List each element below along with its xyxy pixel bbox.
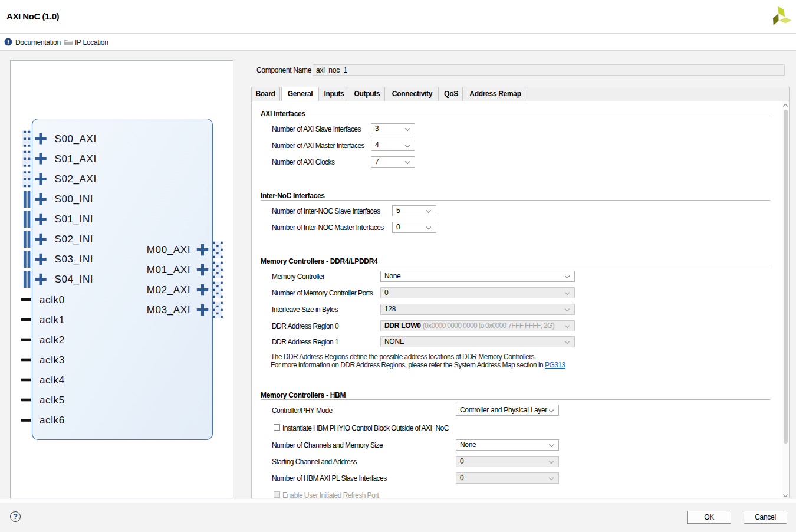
svg-text:S04_INI: S04_INI: [55, 274, 94, 285]
svg-text:i: i: [8, 39, 9, 45]
svg-text:S03_INI: S03_INI: [55, 254, 94, 265]
svg-text:S02_INI: S02_INI: [55, 234, 94, 245]
svg-text:S01_INI: S01_INI: [55, 214, 94, 225]
svg-text:M00_AXI: M00_AXI: [147, 244, 190, 255]
svg-text:aclk2: aclk2: [40, 334, 65, 346]
svg-text:aclk6: aclk6: [40, 415, 65, 426]
svg-text:M02_AXI: M02_AXI: [147, 284, 190, 295]
svg-text:S01_AXI: S01_AXI: [55, 153, 97, 165]
svg-text:aclk4: aclk4: [40, 375, 65, 386]
svg-text:S00_AXI: S00_AXI: [55, 133, 97, 145]
svg-text:aclk1: aclk1: [40, 314, 65, 326]
svg-text:M03_AXI: M03_AXI: [147, 304, 190, 316]
svg-text:S02_AXI: S02_AXI: [55, 173, 97, 185]
svg-text:M01_AXI: M01_AXI: [147, 264, 190, 275]
svg-text:aclk3: aclk3: [40, 354, 65, 366]
svg-text:aclk5: aclk5: [40, 395, 65, 406]
svg-text:aclk0: aclk0: [40, 294, 65, 306]
svg-text:S00_INI: S00_INI: [55, 193, 94, 205]
